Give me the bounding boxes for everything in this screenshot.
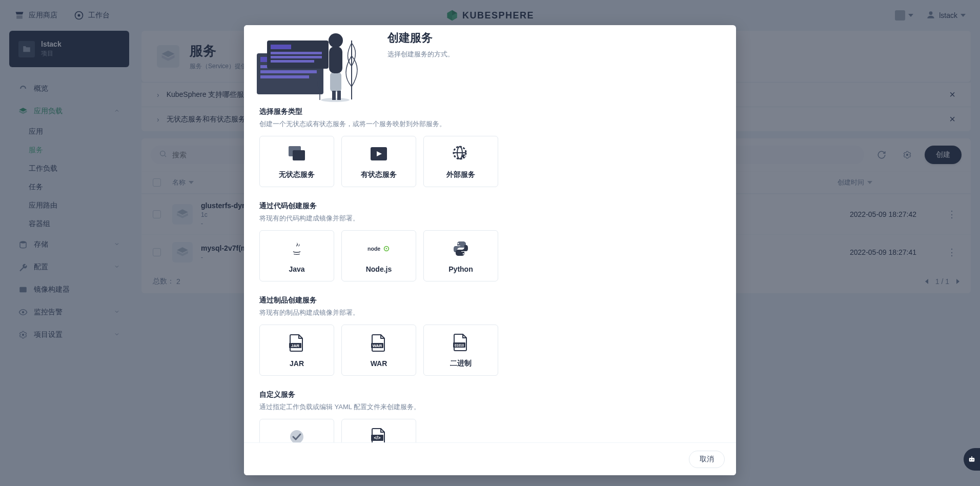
card-stateless-service[interactable]: 无状态服务 bbox=[259, 136, 334, 187]
binary-file-icon: 01010 bbox=[450, 332, 472, 353]
svg-rect-61 bbox=[969, 458, 975, 462]
section-label: 通过制品创建服务 bbox=[259, 296, 721, 305]
cancel-button[interactable]: 取消 bbox=[689, 451, 725, 468]
svg-text:WAR: WAR bbox=[373, 343, 382, 348]
workload-select-icon bbox=[285, 427, 308, 442]
card-python[interactable]: Python bbox=[423, 230, 498, 281]
card-stateful-service[interactable]: 有状态服务 bbox=[341, 136, 416, 187]
war-file-icon: WAR bbox=[368, 333, 390, 353]
section-desc: 将现有的代码构建成镜像并部署。 bbox=[259, 214, 721, 223]
modal-illustration bbox=[244, 25, 372, 102]
robot-icon bbox=[967, 455, 976, 464]
svg-point-50 bbox=[458, 243, 459, 245]
svg-rect-27 bbox=[271, 45, 291, 49]
card-edit-yaml[interactable]: </> 编辑 YAML bbox=[341, 419, 416, 442]
create-service-modal: 创建服务 选择创建服务的方式。 选择服务类型 创建一个无状态或有状态服务，或将一… bbox=[244, 25, 736, 475]
card-war[interactable]: WAR WAR bbox=[341, 325, 416, 376]
external-icon bbox=[450, 144, 472, 164]
svg-rect-25 bbox=[260, 75, 309, 78]
svg-text:node: node bbox=[368, 246, 380, 252]
svg-rect-34 bbox=[329, 47, 342, 73]
stateless-icon bbox=[285, 144, 308, 164]
svg-point-49 bbox=[386, 248, 387, 250]
svg-text:JAR: JAR bbox=[291, 343, 299, 348]
svg-point-58 bbox=[290, 430, 303, 442]
svg-rect-64 bbox=[971, 456, 972, 458]
svg-rect-35 bbox=[332, 91, 336, 100]
card-specify-workload[interactable]: 指定工作负载 bbox=[259, 419, 334, 442]
card-nodejs[interactable]: node Node.js bbox=[341, 230, 416, 281]
section-label: 自定义服务 bbox=[259, 390, 721, 399]
section-label: 通过代码创建服务 bbox=[259, 201, 721, 211]
svg-point-51 bbox=[463, 253, 464, 255]
python-icon bbox=[450, 238, 472, 259]
card-jar[interactable]: JAR JAR bbox=[259, 325, 334, 376]
svg-point-63 bbox=[972, 459, 973, 460]
svg-point-33 bbox=[329, 33, 343, 48]
svg-rect-24 bbox=[260, 70, 317, 73]
svg-point-46 bbox=[464, 156, 466, 157]
java-icon bbox=[285, 238, 308, 259]
svg-rect-40 bbox=[293, 150, 305, 160]
modal-subtitle: 选择创建服务的方式。 bbox=[387, 50, 454, 59]
svg-point-62 bbox=[970, 459, 971, 460]
card-binary[interactable]: 01010 二进制 bbox=[423, 325, 498, 376]
modal-title: 创建服务 bbox=[387, 30, 454, 46]
card-java[interactable]: Java bbox=[259, 230, 334, 281]
svg-text:</>: </> bbox=[374, 435, 380, 440]
yaml-file-icon: </> bbox=[368, 427, 390, 442]
card-external-service[interactable]: 外部服务 bbox=[423, 136, 498, 187]
section-desc: 将现有的制品构建成镜像并部署。 bbox=[259, 308, 721, 317]
svg-rect-28 bbox=[271, 52, 322, 54]
nodejs-icon: node bbox=[368, 238, 390, 259]
svg-rect-36 bbox=[337, 91, 341, 100]
svg-rect-32 bbox=[330, 72, 341, 92]
section-desc: 创建一个无状态或有状态服务，或将一个服务映射到外部服务。 bbox=[259, 119, 721, 129]
stateful-icon bbox=[368, 144, 390, 164]
section-label: 选择服务类型 bbox=[259, 107, 721, 116]
section-desc: 通过指定工作负载或编辑 YAML 配置文件来创建服务。 bbox=[259, 402, 721, 412]
jar-file-icon: JAR bbox=[285, 333, 308, 353]
svg-text:01010: 01010 bbox=[455, 343, 464, 347]
svg-rect-29 bbox=[271, 56, 322, 58]
svg-rect-30 bbox=[271, 60, 314, 63]
